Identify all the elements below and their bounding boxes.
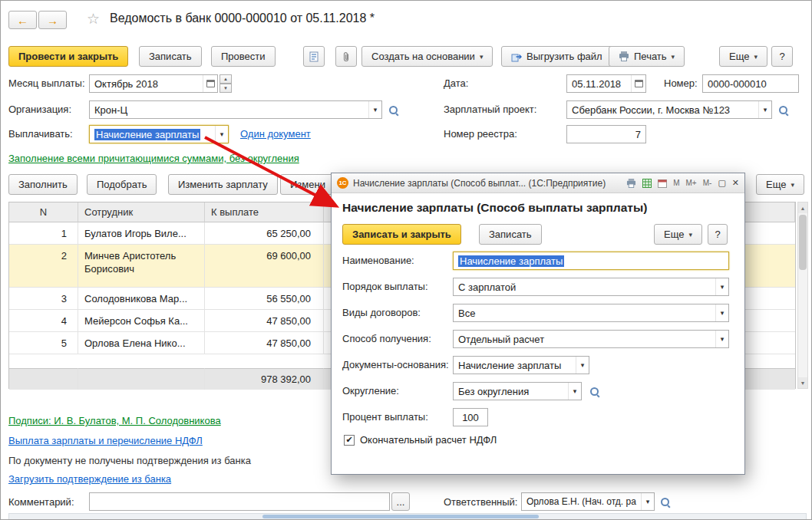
print-icon[interactable] [626, 179, 636, 188]
pick-button[interactable]: Подобрать [87, 174, 157, 195]
cell-n[interactable]: 2 [9, 245, 78, 288]
scrollbar-thumb[interactable] [262, 515, 539, 518]
payout-and-ndfl-link[interactable]: Выплата зарплаты и перечисление НДФЛ [8, 435, 203, 446]
dialog-save-and-close-button[interactable]: Записать и закрыть [342, 224, 461, 245]
dialog-save-button[interactable]: Записать [479, 224, 542, 245]
number-input[interactable]: 0000-000010 [702, 74, 799, 93]
payout-month-input[interactable]: Октябрь 2018 [89, 74, 218, 93]
rounding-select[interactable]: Без округления ▾ [453, 382, 582, 400]
more-button[interactable]: Еще ▾ [719, 46, 767, 67]
page-title: Ведомость в банк 0000-000010 от 05.11.20… [110, 12, 375, 25]
dropdown-icon[interactable]: ▾ [576, 357, 589, 374]
registry-number-input[interactable]: 7 [566, 125, 646, 143]
save-button[interactable]: Записать [139, 46, 202, 67]
cell-n[interactable]: 5 [9, 332, 78, 354]
table-more-button[interactable]: Еще ▾ [756, 174, 804, 195]
back-button[interactable]: ← [8, 11, 37, 29]
maximize-icon[interactable]: ▢ [718, 179, 725, 187]
organization-select[interactable]: Крон-Ц ▾ [89, 100, 382, 119]
scrollbar-thumb[interactable] [799, 215, 807, 270]
cell-employee[interactable]: Солодовникова Мар... [78, 288, 205, 310]
pay-order-select[interactable]: С зарплатой ▾ [453, 278, 729, 296]
dialog-titlebar[interactable]: 1С Начисление зарплаты (Способ выплат...… [332, 173, 744, 193]
cell-employee[interactable]: Булатов Игорь Виле... [78, 222, 205, 245]
column-header-n[interactable]: N [9, 202, 78, 222]
dropdown-icon[interactable]: ▾ [715, 331, 728, 347]
cell-amount[interactable]: 65 250,00 [205, 222, 324, 245]
fill-button[interactable]: Заполнить [8, 174, 78, 195]
contract-types-select[interactable]: Все ▾ [453, 304, 729, 322]
cell-n[interactable]: 1 [9, 222, 78, 245]
cell-amount[interactable]: 69 600,00 [205, 245, 324, 288]
create-based-on-button[interactable]: Создать на основании ▾ [361, 46, 493, 67]
project-open-button[interactable] [775, 102, 791, 117]
dropdown-icon[interactable]: ▾ [758, 101, 771, 118]
print-button[interactable]: Печать ▾ [609, 46, 685, 67]
load-confirmation-link[interactable]: Загрузить подтверждение из банка [8, 473, 171, 485]
column-header-amount[interactable]: К выплате [205, 202, 324, 222]
fill-hint-link[interactable]: Заполнение всеми причитающимися суммами,… [8, 153, 299, 164]
favorite-star-icon[interactable]: ☆ [87, 10, 100, 28]
close-icon[interactable]: ✕ [732, 179, 739, 187]
cell-employee[interactable]: Мейерсон Софья Ка... [78, 310, 205, 332]
organization-open-button[interactable] [385, 102, 401, 117]
post-and-close-button[interactable]: Провести и закрыть [8, 46, 128, 67]
dropdown-icon[interactable]: ▾ [715, 278, 728, 295]
horizontal-scrollbar[interactable] [8, 513, 807, 520]
cell-employee[interactable]: Орлова Елена Нико... [78, 332, 205, 354]
cell-n[interactable]: 3 [9, 288, 78, 310]
spreadsheet-icon[interactable] [642, 179, 652, 188]
cell-amount[interactable]: 47 850,00 [205, 332, 324, 354]
memory-plus-button[interactable]: М+ [686, 179, 697, 187]
dialog-more-button[interactable]: Еще ▾ [654, 224, 702, 245]
responsible-open-button[interactable] [657, 494, 672, 509]
dropdown-icon[interactable]: ▾ [715, 304, 728, 321]
spin-down-button[interactable]: ▼ [220, 84, 232, 93]
help-button[interactable]: ? [771, 46, 793, 67]
responsible-select[interactable]: Орлова Е.Н. (Нач. отд. ра ▾ [521, 492, 655, 511]
one-document-link[interactable]: Один документ [240, 128, 311, 140]
base-documents-select[interactable]: Начисление зарплаты ▾ [453, 356, 589, 374]
salary-project-select[interactable]: Сбербанк России, г. Москва №123 ▾ [566, 100, 772, 119]
receive-method-select[interactable]: Отдельный расчет ▾ [453, 330, 729, 348]
postings-report-button[interactable] [303, 46, 325, 67]
chevron-down-icon: ▾ [688, 231, 692, 239]
cell-amount[interactable]: 47 850,00 [205, 310, 324, 332]
signatures-link[interactable]: Подписи: И. В. Булатов, М. П. Солодовник… [8, 415, 221, 426]
forward-button[interactable]: → [38, 11, 67, 29]
dialog-help-button[interactable]: ? [708, 224, 728, 245]
rounding-open-button[interactable] [586, 383, 602, 399]
percent-input[interactable]: 100 [453, 408, 488, 426]
calendar-icon[interactable] [203, 75, 217, 92]
change-salary-button[interactable]: Изменить зарплату [168, 174, 278, 195]
name-input[interactable]: Начисление зарплаты [453, 252, 729, 270]
final-ndfl-checkbox[interactable]: ✔ Окончательный расчет НДФЛ [344, 434, 497, 446]
month-label: Месяц выплаты: [8, 77, 85, 89]
scroll-down-button[interactable]: ▼ [798, 377, 807, 388]
dropdown-icon[interactable]: ▾ [215, 126, 228, 143]
printer-icon [619, 51, 629, 61]
date-input[interactable]: 05.11.2018 [566, 74, 646, 93]
export-file-button[interactable]: Выгрузить файл [501, 46, 612, 67]
spin-up-button[interactable]: ▲ [220, 74, 232, 84]
comment-input[interactable] [89, 492, 390, 511]
vertical-scrollbar[interactable]: ▲ ▼ [797, 202, 808, 389]
dropdown-icon[interactable]: ▾ [641, 493, 654, 510]
dropdown-icon[interactable]: ▾ [568, 383, 581, 400]
comment-choose-button[interactable]: ... [391, 492, 410, 511]
cell-amount[interactable]: 56 550,00 [205, 288, 324, 310]
attachments-button[interactable] [335, 46, 357, 67]
scroll-up-button[interactable]: ▲ [798, 202, 807, 213]
calendar-icon[interactable] [631, 75, 645, 92]
pay-what-select[interactable]: Начисление зарплаты ▾ [89, 125, 229, 143]
cell-n[interactable]: 4 [9, 310, 78, 332]
post-button[interactable]: Провести [211, 46, 276, 67]
dialog-titlebar-text: Начисление зарплаты (Способ выплат... (1… [353, 178, 622, 189]
cell-employee[interactable]: Минчев Аристотель Борисович [84, 250, 198, 276]
memory-button[interactable]: М [673, 179, 679, 187]
column-header-employee[interactable]: Сотрудник [78, 202, 205, 222]
checkbox-checked-icon: ✔ [344, 435, 355, 446]
dropdown-icon[interactable]: ▾ [368, 101, 381, 118]
memory-minus-button[interactable]: М- [703, 179, 712, 187]
calendar-icon[interactable] [658, 179, 667, 188]
